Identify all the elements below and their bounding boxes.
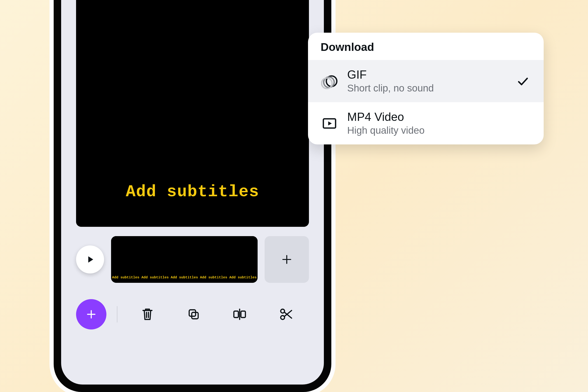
selected-check — [514, 115, 531, 132]
svg-rect-14 — [241, 311, 246, 318]
selected-check — [514, 73, 531, 90]
gif-icon — [320, 72, 338, 90]
download-menu: Download GIF Short clip, no sound — [308, 33, 544, 144]
download-option-subtitle: Short clip, no sound — [347, 82, 506, 94]
timeline: Add subtitles Add subtitles Add subtitle… — [76, 236, 309, 283]
clip-thumbnail[interactable]: Add subtitles — [228, 236, 258, 283]
subtitle-overlay[interactable]: Add subtitles — [76, 183, 309, 201]
svg-rect-13 — [234, 311, 238, 318]
clip-thumbnail-label: Add subtitles — [140, 276, 170, 280]
clip-thumbnail-label: Add subtitles — [199, 276, 228, 280]
clip-thumbnail-label: Add subtitles — [111, 276, 140, 280]
clip-thumbnail-label: Add subtitles — [228, 276, 258, 280]
split-button[interactable] — [226, 300, 254, 328]
cut-button[interactable] — [272, 300, 300, 328]
copy-icon — [186, 306, 201, 322]
split-icon — [232, 306, 247, 322]
download-option-gif[interactable]: GIF Short clip, no sound — [308, 60, 544, 102]
clip-thumbnail[interactable]: Add subtitles — [140, 236, 170, 283]
add-clip-button[interactable] — [264, 236, 309, 283]
play-button[interactable] — [76, 246, 104, 274]
clip-strip[interactable]: Add subtitles Add subtitles Add subtitle… — [111, 236, 258, 283]
download-option-mp4[interactable]: MP4 Video High quality video — [308, 102, 544, 144]
duplicate-button[interactable] — [180, 300, 208, 328]
download-option-title: MP4 Video — [347, 110, 506, 124]
plus-icon — [85, 308, 98, 320]
clip-thumbnail[interactable]: Add subtitles — [170, 236, 199, 283]
video-file-icon — [320, 114, 338, 132]
phone-screen: Add subtitles Add subtitles Add subtitle… — [61, 0, 324, 384]
clip-thumbnail[interactable]: Add subtitles — [111, 236, 140, 283]
download-option-subtitle: High quality video — [347, 125, 506, 136]
play-icon — [85, 254, 96, 265]
check-icon — [516, 74, 530, 88]
trash-icon — [140, 306, 155, 322]
plus-icon — [280, 253, 294, 266]
clip-thumbnail-label: Add subtitles — [170, 276, 199, 280]
download-option-title: GIF — [347, 68, 506, 81]
add-button[interactable] — [76, 299, 106, 330]
bottom-toolbar — [76, 297, 309, 332]
delete-button[interactable] — [134, 300, 162, 328]
video-canvas[interactable]: Add subtitles — [76, 0, 309, 227]
phone-frame: Add subtitles Add subtitles Add subtitle… — [54, 0, 331, 392]
download-menu-title: Download — [308, 33, 544, 60]
clip-thumbnail[interactable]: Add subtitles — [199, 236, 228, 283]
toolbar-separator — [117, 306, 117, 322]
scissors-icon — [278, 306, 294, 322]
